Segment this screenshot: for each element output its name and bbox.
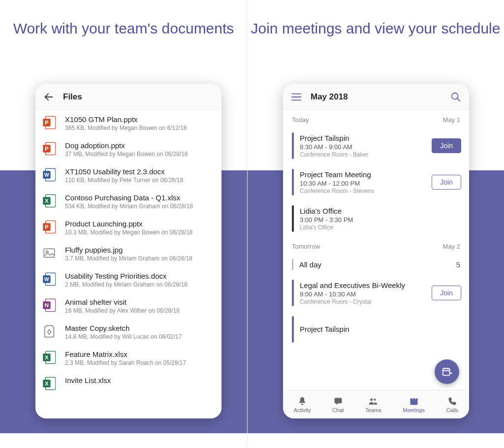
nav-calls[interactable]: Calls <box>446 396 458 413</box>
meeting-row[interactable]: Project Tailspin8:30 AM - 9:00 AMConfere… <box>283 128 469 164</box>
files-list[interactable]: PX1050 GTM Plan.pptx365 KB, Modified by … <box>35 110 221 418</box>
nav-activity[interactable]: Activity <box>294 396 311 413</box>
svg-rect-45 <box>410 398 417 400</box>
file-row[interactable]: PX1050 GTM Plan.pptx365 KB, Modified by … <box>35 110 221 136</box>
nav-meetings[interactable]: Meetings <box>403 396 425 413</box>
svg-text:N: N <box>45 302 49 308</box>
excel-file-icon: X <box>42 193 56 208</box>
excel-file-icon: X <box>42 350 56 365</box>
file-name: Animal shelter visit <box>65 298 213 306</box>
headline-left: Work with your team's documents <box>0 20 247 37</box>
file-name: XT1050 Usability test 2.3.docx <box>65 167 213 176</box>
nav-label: Meetings <box>403 407 425 413</box>
vertical-divider <box>247 0 248 448</box>
meeting-accent-bar <box>292 169 294 195</box>
file-row[interactable]: XFeature Matrix.xlsx2.3 MB, Modified by … <box>35 345 221 371</box>
file-name: X1050 GTM Plan.pptx <box>65 115 213 124</box>
teams-icon <box>368 396 378 406</box>
meeting-title: Project Team Meeting <box>300 170 426 179</box>
meeting-time: 10:30 AM - 12:00 PM <box>300 180 426 187</box>
svg-line-34 <box>457 98 460 101</box>
meeting-location: Lidia's Office <box>300 224 461 231</box>
meetings-icon <box>409 396 419 406</box>
svg-text:W: W <box>44 277 49 282</box>
search-icon[interactable] <box>450 92 461 102</box>
file-name: Invite List.xlsx <box>65 376 213 384</box>
file-meta: 110 KB, Modified by Pete Turner on 06/28… <box>65 177 213 184</box>
svg-text:X: X <box>45 198 49 204</box>
file-meta: 534 KB, Modified by Miriam Graham on 06/… <box>65 203 213 210</box>
meeting-row[interactable]: Project Tailspin <box>283 311 469 348</box>
file-row[interactable]: WXT1050 Usability test 2.3.docx110 KB, M… <box>35 162 221 189</box>
meeting-accent-bar <box>292 280 294 306</box>
nav-label: Chat <box>332 407 344 413</box>
svg-point-43 <box>374 398 376 400</box>
svg-point-42 <box>371 398 373 401</box>
file-name: Contoso Purchasing Data - Q1.xlsx <box>65 193 213 202</box>
file-meta: 3.7 MB, Modified by Miriam Graham on 06/… <box>65 255 213 262</box>
file-meta: 37 MB, Modified by Megan Bowen on 06/28/… <box>65 151 213 158</box>
join-button[interactable]: Join <box>432 286 461 300</box>
file-meta: 14.8 MB, Modified by Will Lucas on 06/02… <box>65 333 213 340</box>
file-row[interactable]: Master Copy.sketch14.8 MB, Modified by W… <box>35 319 221 345</box>
day-header: TomorrowMay 2 <box>283 237 469 254</box>
file-row[interactable]: PDog adoption.pptx37 MB, Modified by Meg… <box>35 136 221 162</box>
file-row[interactable]: XInvite List.xlsx <box>35 371 221 396</box>
nav-chat[interactable]: Chat <box>332 396 344 413</box>
svg-text:P: P <box>45 224 49 230</box>
meeting-title: Project Tailspin <box>300 134 426 142</box>
meeting-time: 8:30 AM - 9:00 AM <box>300 143 426 151</box>
schedule-title: May 2018 <box>311 92 348 102</box>
file-row[interactable]: WUsability Testing Priorities.docx2 MB, … <box>35 267 221 293</box>
meeting-title: Lidia's Office <box>300 207 461 215</box>
ppt-file-icon: P <box>42 220 56 234</box>
join-button[interactable]: Join <box>432 175 461 190</box>
file-meta: 365 KB, Modified by Megan Bowen on 6/12/… <box>65 125 213 131</box>
day-header: TodayMay 1 <box>283 110 469 128</box>
file-row[interactable]: PProduct Launching.pptx10.3 MB, Modified… <box>35 215 221 241</box>
menu-icon[interactable] <box>291 93 302 101</box>
schedule-topbar: May 2018 <box>283 84 469 110</box>
meeting-time: 3:00 PM - 3:30 PM <box>300 216 461 224</box>
file-name: Product Launching.pptx <box>65 220 213 228</box>
svg-text:W: W <box>44 172 49 178</box>
meeting-accent-bar <box>292 205 294 232</box>
bottom-nav: ActivityChatTeamsMeetingsCalls <box>283 390 469 418</box>
svg-text:X: X <box>45 354 49 360</box>
meeting-location: Conference Room - Baker <box>300 151 426 158</box>
file-name: Master Copy.sketch <box>65 324 213 332</box>
new-meeting-fab[interactable] <box>435 359 459 384</box>
word-file-icon: W <box>42 272 56 287</box>
file-name: Fluffy puppies.jpg <box>65 246 213 254</box>
svg-rect-35 <box>443 369 450 376</box>
file-row[interactable]: XContoso Purchasing Data - Q1.xlsx534 KB… <box>35 189 221 215</box>
meeting-row[interactable]: Lidia's Office3:00 PM - 3:30 PMLidia's O… <box>283 200 469 237</box>
meeting-title: Project Tailspin <box>300 325 461 333</box>
meeting-accent-bar <box>292 316 294 343</box>
svg-text:P: P <box>45 120 49 126</box>
allday-row[interactable]: All day5 <box>283 254 469 275</box>
sketch-file-icon <box>42 324 56 339</box>
nav-label: Activity <box>294 407 311 413</box>
file-row[interactable]: NAnimal shelter visit16 MB, Modified by … <box>35 293 221 319</box>
meeting-row[interactable]: Project Team Meeting10:30 AM - 12:00 PMC… <box>283 164 469 200</box>
join-button[interactable]: Join <box>432 138 461 153</box>
schedule-body[interactable]: TodayMay 1Project Tailspin8:30 AM - 9:00… <box>283 110 469 390</box>
file-meta: 10.3 MB, Modified by Megan Bowen on 06/2… <box>65 229 213 236</box>
meeting-time: 9:00 AM - 10:30 AM <box>300 290 426 298</box>
back-icon[interactable] <box>43 92 54 102</box>
svg-text:P: P <box>45 146 49 152</box>
chat-icon <box>333 396 343 406</box>
calls-icon <box>447 396 457 406</box>
meeting-location: Conference Room - Crystal <box>300 298 426 305</box>
file-meta: 2 MB, Modified by Miriam Graham on 06/28… <box>65 281 213 288</box>
nav-teams[interactable]: Teams <box>365 396 381 413</box>
file-name: Usability Testing Priorities.docx <box>65 272 213 280</box>
files-title: Files <box>63 92 82 102</box>
headline-right: Join meetings and view your schedule <box>247 20 504 37</box>
meeting-row[interactable]: Legal and Executives Bi-Weekly9:00 AM - … <box>283 275 469 311</box>
files-topbar: Files <box>35 84 221 110</box>
nav-label: Calls <box>446 407 458 413</box>
file-row[interactable]: Fluffy puppies.jpg3.7 MB, Modified by Mi… <box>35 241 221 267</box>
nav-label: Teams <box>365 407 381 413</box>
